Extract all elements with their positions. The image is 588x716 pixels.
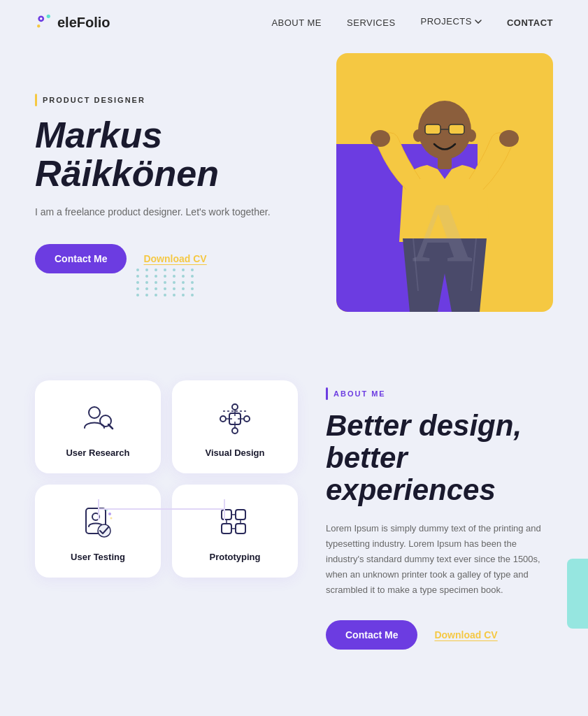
nav-projects[interactable]: PROJECTS	[421, 16, 482, 27]
skill-card-user-research: User Research	[35, 380, 161, 473]
about-contact-button[interactable]: Contact Me	[326, 620, 417, 650]
navbar: eleFolio ABOUT ME SERVICES PROJECTS CONT…	[0, 0, 588, 45]
about-tag: ABOUT ME	[326, 387, 553, 400]
svg-point-19	[232, 428, 238, 434]
tag-accent-line	[35, 94, 37, 106]
nav-contact[interactable]: CONTACT	[507, 17, 553, 28]
about-content: ABOUT ME Better design, better experienc…	[326, 380, 553, 650]
visual-design-label: Visual Design	[205, 448, 264, 458]
svg-point-13	[89, 407, 100, 418]
hero-contact-button[interactable]: Contact Me	[35, 244, 127, 273]
connector-v-right	[224, 499, 225, 520]
svg-rect-30	[222, 524, 231, 534]
nav-services[interactable]: SERVICES	[347, 17, 396, 28]
about-section: User Research V	[0, 352, 588, 685]
svg-point-2	[47, 15, 50, 18]
svg-point-8	[413, 129, 423, 142]
about-download-button[interactable]: Download CV	[434, 629, 497, 640]
svg-point-12	[499, 130, 519, 147]
about-tag-text: ABOUT ME	[334, 389, 386, 398]
logo[interactable]: eleFolio	[35, 13, 110, 32]
about-actions: Contact Me Download CV	[326, 620, 553, 650]
hero-section: PRODUCT DESIGNER Markus Räikkönen I am a…	[0, 45, 588, 338]
connector-h-middle	[98, 508, 224, 510]
svg-rect-10	[438, 157, 452, 169]
user-research-icon	[79, 400, 117, 438]
svg-point-16	[220, 416, 226, 422]
svg-point-9	[466, 129, 476, 142]
about-description: Lorem Ipsum is simply dummy text of the …	[326, 521, 550, 598]
prototyping-label: Prototyping	[210, 552, 261, 562]
svg-point-11	[371, 130, 390, 147]
user-testing-label: User Testing	[71, 552, 125, 562]
svg-point-3	[37, 24, 40, 27]
svg-point-25	[108, 513, 111, 515]
hero-tag: PRODUCT DESIGNER	[35, 94, 329, 106]
svg-point-27	[110, 517, 113, 520]
nav-about[interactable]: ABOUT ME	[271, 17, 322, 28]
svg-point-1	[40, 17, 43, 20]
svg-rect-31	[236, 524, 245, 534]
about-title: Better design, better experiences	[326, 410, 553, 507]
prototyping-icon	[216, 504, 254, 542]
skills-grid: User Research V	[35, 380, 298, 578]
svg-rect-29	[236, 510, 245, 520]
svg-rect-5	[425, 124, 440, 134]
hero-tag-text: PRODUCT DESIGNER	[43, 96, 145, 104]
svg-rect-6	[449, 124, 464, 134]
about-tag-accent	[326, 387, 328, 400]
svg-point-17	[244, 416, 250, 422]
skill-card-visual-design: Visual Design	[172, 380, 298, 473]
skill-card-user-testing: User Testing	[35, 485, 161, 578]
connector-v-left	[98, 499, 99, 520]
svg-point-18	[232, 404, 238, 410]
hero-title: Markus Räikkönen	[35, 116, 329, 192]
hero-download-button[interactable]: Download CV	[143, 253, 206, 264]
teal-decoration	[567, 559, 588, 629]
chevron-down-icon	[475, 20, 482, 24]
hero-subtitle: I am a freelance product designer. Let's…	[35, 206, 273, 217]
visual-design-icon	[216, 400, 254, 438]
svg-line-15	[108, 424, 113, 429]
user-research-label: User Research	[66, 448, 129, 458]
hero-content: PRODUCT DESIGNER Markus Räikkönen I am a…	[35, 66, 329, 273]
nav-links: ABOUT ME SERVICES PROJECTS CONTACT	[271, 16, 553, 29]
hero-actions: Contact Me Download CV	[35, 244, 329, 273]
skill-card-prototyping: Prototyping	[172, 485, 298, 578]
deco-letter: A	[412, 185, 473, 281]
